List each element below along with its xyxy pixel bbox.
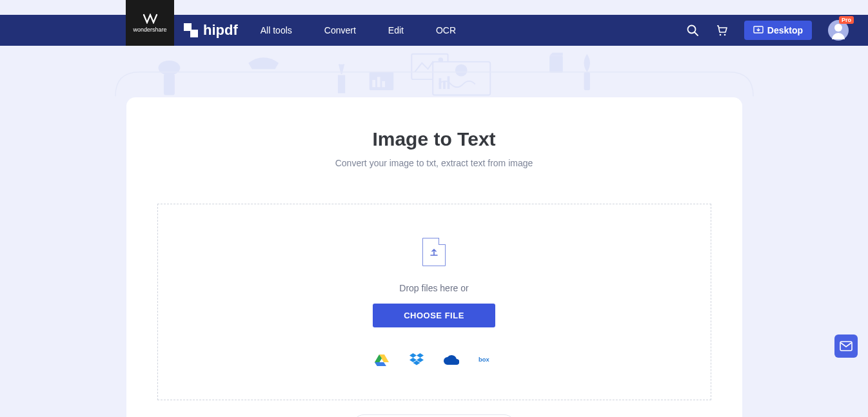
page-subtitle: Convert your image to txt, extract text …: [157, 158, 711, 168]
svg-rect-7: [337, 75, 344, 93]
svg-rect-17: [443, 81, 446, 89]
svg-rect-19: [549, 56, 563, 73]
desktop-button[interactable]: Desktop: [744, 21, 812, 40]
svg-point-15: [455, 64, 467, 77]
nav-all-tools[interactable]: All tools: [261, 25, 292, 35]
drop-zone[interactable]: Drop files here or CHOOSE FILE box: [157, 204, 711, 400]
file-upload-icon: [422, 238, 446, 266]
hipdf-logo-icon: [184, 23, 198, 37]
page-title: Image to Text: [157, 128, 711, 150]
svg-rect-18: [447, 76, 449, 89]
hipdf-logo-text: hipdf: [203, 22, 238, 39]
nav-edit[interactable]: Edit: [388, 25, 404, 35]
choose-file-button[interactable]: CHOOSE FILE: [373, 304, 495, 327]
desktop-button-label: Desktop: [767, 25, 803, 35]
box-icon[interactable]: box: [478, 353, 494, 366]
svg-rect-9: [372, 80, 375, 87]
nav-ocr[interactable]: OCR: [436, 25, 456, 35]
decorative-illustrations: [62, 46, 807, 97]
svg-rect-5: [163, 74, 174, 95]
onedrive-icon[interactable]: [444, 353, 459, 366]
svg-text:box: box: [478, 356, 489, 363]
search-icon[interactable]: [686, 24, 699, 37]
google-drive-icon[interactable]: [374, 353, 390, 366]
dropbox-icon[interactable]: [409, 353, 424, 366]
svg-point-3: [724, 34, 725, 36]
svg-rect-11: [382, 81, 385, 87]
cart-icon[interactable]: [715, 24, 728, 37]
deco-icons: [62, 51, 807, 99]
svg-line-1: [695, 32, 698, 35]
email-fab[interactable]: [834, 335, 858, 358]
svg-point-6: [158, 61, 180, 75]
svg-point-2: [719, 34, 721, 36]
hipdf-logo[interactable]: hipdf: [184, 22, 238, 39]
avatar[interactable]: Pro: [828, 20, 849, 41]
svg-rect-16: [439, 78, 441, 89]
svg-rect-20: [584, 72, 589, 90]
svg-rect-10: [377, 77, 380, 87]
wondershare-label: wondershare: [133, 26, 166, 33]
pro-badge: Pro: [839, 16, 854, 24]
wondershare-badge[interactable]: wondershare: [126, 0, 174, 46]
main-card: Image to Text Convert your image to txt,…: [126, 97, 742, 417]
drop-text: Drop files here or: [399, 283, 468, 293]
offline-pill[interactable]: Work Offline? Try Desktop Version >: [353, 414, 515, 417]
nav-convert[interactable]: Convert: [324, 25, 356, 35]
